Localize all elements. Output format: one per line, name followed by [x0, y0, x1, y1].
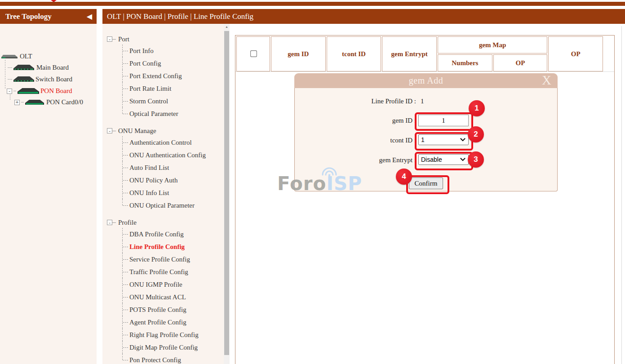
menu-item[interactable]: Traffic Profile Config — [122, 266, 224, 278]
device-tree-panel: OLT Main Board Switch Board - PON Board … — [0, 24, 97, 364]
menu-item[interactable]: Right Flag Profile Config — [122, 328, 224, 341]
menu-item-label: Port — [118, 36, 129, 43]
dialog-body: Line Profile ID : 1 gem ID : tcont ID : … — [294, 88, 558, 191]
tree-node-olt[interactable]: OLT — [1, 53, 32, 60]
confirm-button[interactable]: Confirm — [409, 178, 443, 189]
menu-item[interactable]: ONU Optical Parameter — [122, 199, 224, 212]
col-header-gem-entrypt: gem Entrypt — [382, 36, 437, 71]
tree-connector — [112, 39, 116, 40]
tree-line — [10, 94, 11, 100]
menu-item-label: Digit Map Profile Config — [129, 344, 198, 351]
tree-connector — [21, 102, 24, 103]
tree-node-main-board[interactable]: Main Board — [8, 64, 69, 71]
menu-item[interactable]: ONU Info List — [122, 186, 224, 199]
gem-entrypt-select[interactable]: Disable — [418, 154, 469, 165]
menu-item[interactable]: Port Extend Config — [122, 70, 224, 82]
chevron-down-icon — [460, 158, 465, 161]
tcont-id-select[interactable]: 1 — [418, 134, 469, 145]
tree-topology-title: Tree Topology — [5, 9, 52, 24]
tcont-id-selected-value: 1 — [421, 136, 425, 143]
menu-item[interactable]: - Port — [107, 34, 224, 44]
step-badge-3: 3 — [468, 151, 484, 168]
menu-item-label: ONU Manage — [118, 127, 156, 135]
menu-item-label: Line Profile Config — [129, 243, 185, 251]
gem-add-dialog: gem Add X Line Profile ID : 1 gem ID : t… — [294, 73, 558, 191]
scrollbar-thumb[interactable] — [224, 31, 229, 355]
menu-item-label: Traffic Profile Config — [129, 268, 188, 276]
window-edge — [621, 26, 622, 364]
menu-item[interactable]: ONU IGMP Profile — [122, 278, 224, 291]
step-badge-4: 4 — [396, 169, 412, 185]
menu-item[interactable]: ONU Policy Auth — [122, 174, 224, 186]
tree-node-pon-card[interactable]: + PON Card0/0 — [14, 98, 83, 106]
col-header-numbers: Numbers — [438, 54, 492, 71]
menu-item[interactable]: Port Config — [122, 57, 224, 70]
tree-expander-icon[interactable]: - — [107, 128, 112, 133]
tree-expander-icon[interactable]: + — [14, 100, 20, 105]
pon-card-chassis-icon — [25, 99, 44, 106]
menu-item-label: ONU Policy Auth — [129, 177, 178, 184]
menu-item[interactable]: Agent Profile Config — [122, 316, 224, 328]
tree-expander-icon[interactable]: - — [107, 36, 112, 42]
tree-connector — [13, 91, 16, 92]
menu-item-label: DBA Profile Config — [129, 231, 184, 238]
menu-item-label: ONU Multicast ACL — [129, 293, 186, 301]
tree-node-pon-board[interactable]: - PON Board — [7, 87, 72, 95]
board-chassis-icon — [13, 76, 34, 83]
config-menu: - Port Port Info Port Config Port Extend… — [107, 34, 224, 364]
close-icon[interactable]: X — [542, 72, 551, 88]
gem-table: gem ID tcont ID gem Entrypt gem Map OP N… — [235, 36, 604, 72]
gem-id-label: gem ID : — [295, 117, 416, 124]
menu-item-label: Port Info — [129, 47, 154, 55]
col-header-op: OP — [548, 36, 603, 71]
menu-item-label: Authentication Control — [129, 139, 192, 146]
col-header-gem-id: gem ID — [271, 36, 326, 71]
menu-item[interactable]: Service Profile Config — [122, 253, 224, 266]
tcont-id-label: tcont ID : — [295, 137, 416, 144]
menu-item[interactable]: Optical Parameter — [122, 107, 224, 120]
collapse-sidebar-icon[interactable]: ◀ — [87, 9, 92, 24]
col-header-tcont-id: tcont ID — [327, 36, 381, 71]
menu-item[interactable]: DBA Profile Config — [122, 228, 224, 240]
menu-item[interactable]: Authentication Control — [122, 136, 224, 149]
menu-item-label: Port Rate Limit — [129, 85, 171, 93]
menu-item-label: Optical Parameter — [129, 110, 178, 118]
tree-expander-icon[interactable]: - — [107, 220, 112, 225]
top-banner-bar — [0, 2, 625, 6]
tree-node-label: PON Board — [40, 87, 72, 95]
menu-item[interactable]: - ONU Manage — [107, 125, 224, 136]
select-all-cell — [236, 36, 270, 71]
menu-item[interactable]: Digit Map Profile Config — [122, 341, 224, 354]
scrollbar-up-icon[interactable]: ▲ — [224, 24, 230, 31]
menu-scrollbar[interactable]: ▲ — [224, 24, 230, 364]
menu-item-label: Port Config — [129, 60, 161, 67]
menu-item[interactable]: - Profile — [107, 217, 224, 228]
select-all-checkbox[interactable] — [250, 50, 257, 57]
menu-item[interactable]: POTS Profile Config — [122, 303, 224, 316]
menu-item[interactable]: Auto Find List — [122, 161, 224, 174]
menu-item[interactable]: ONU Authentication Config — [122, 149, 224, 161]
line-profile-id-value: 1 — [421, 98, 424, 105]
menu-item[interactable]: Storm Control — [122, 95, 224, 107]
gem-id-input[interactable] — [418, 115, 469, 126]
menu-item[interactable]: Port Rate Limit — [122, 82, 224, 95]
menu-item[interactable]: Port Info — [122, 44, 224, 57]
breadcrumb-bar: OLT | PON Board | Profile | Line Profile… — [102, 9, 625, 24]
chevron-down-icon — [460, 138, 465, 142]
step-badge-2: 2 — [468, 126, 484, 142]
tree-expander-icon[interactable]: - — [7, 89, 12, 94]
menu-item-label: ONU IGMP Profile — [129, 281, 182, 289]
config-menu-panel: - Port Port Info Port Config Port Extend… — [102, 24, 224, 364]
menu-item-label: Auto Find List — [129, 164, 169, 172]
menu-item[interactable]: Pon Protect Config — [122, 354, 224, 364]
menu-item-label: Right Flag Profile Config — [129, 331, 199, 339]
step-badge-1: 1 — [469, 100, 485, 116]
dialog-titlebar: gem Add X — [294, 73, 558, 88]
menu-item-label: ONU Info List — [129, 189, 169, 197]
tree-node-switch-board[interactable]: Switch Board — [8, 75, 72, 83]
menu-item[interactable]: ONU Multicast ACL — [122, 291, 224, 303]
tree-connector — [8, 67, 12, 68]
board-chassis-icon — [13, 64, 34, 71]
tree-node-label: Switch Board — [35, 75, 72, 83]
menu-item[interactable]: Line Profile Config — [122, 240, 224, 253]
